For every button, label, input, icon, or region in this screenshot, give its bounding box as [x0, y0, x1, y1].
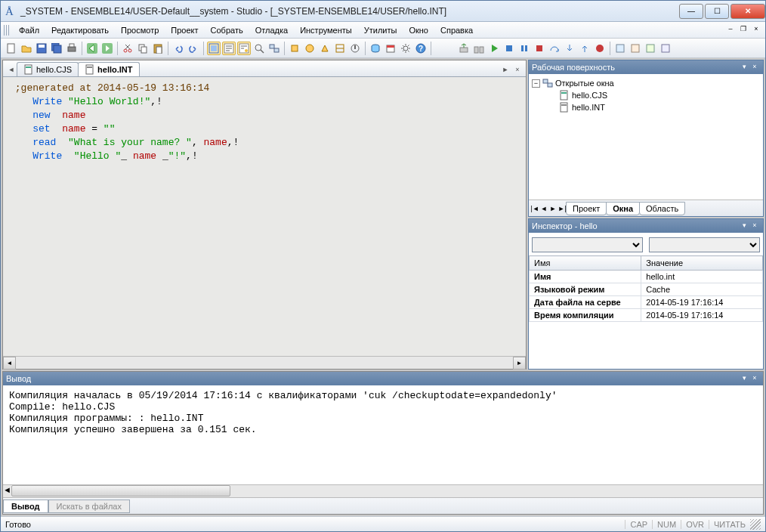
undo-icon[interactable] [171, 42, 185, 55]
find-icon[interactable] [252, 42, 266, 55]
tab-hello-cjs[interactable]: hello.CJS [17, 62, 79, 76]
compile-icon[interactable] [457, 42, 471, 55]
ws-nav-next-icon[interactable]: ► [548, 205, 558, 212]
ws-tab-windows[interactable]: Окна [606, 202, 640, 215]
inspector-header[interactable]: Инспектор - hello ▾ × [529, 219, 763, 233]
menu-edit[interactable]: Редактировать [45, 23, 115, 37]
menu-view[interactable]: Просмотр [115, 23, 165, 37]
nav-back-icon[interactable] [85, 42, 99, 55]
misc-icon[interactable] [629, 42, 642, 55]
maximize-button[interactable]: ☐ [705, 4, 729, 19]
tool-icon[interactable] [288, 42, 301, 55]
tab-close-icon[interactable]: × [512, 66, 523, 76]
panel-dropdown-icon[interactable]: ▾ [739, 63, 749, 72]
step-out-icon[interactable] [578, 42, 591, 55]
step-into-icon[interactable] [563, 42, 576, 55]
menu-file[interactable]: Файл [13, 23, 45, 37]
stop-debug-icon[interactable] [533, 42, 546, 55]
editor-h-scrollbar[interactable]: ◄ ► [3, 356, 526, 369]
breakpoint-icon[interactable] [593, 42, 607, 55]
window-list-icon[interactable] [267, 42, 281, 55]
panel-dropdown-icon[interactable]: ▾ [739, 374, 749, 383]
nav-fwd-icon[interactable] [100, 42, 114, 55]
tab-prev-icon[interactable]: ◄ [6, 66, 17, 76]
inspector-filters [529, 233, 763, 255]
workspace-tabs: |◄ ◄ ► ►| Проект Окна Область [529, 200, 763, 216]
tab-output[interactable]: Вывод [3, 500, 48, 513]
ws-nav-first-icon[interactable]: |◄ [530, 205, 539, 212]
calendar-icon[interactable] [384, 42, 397, 55]
db-icon[interactable] [369, 42, 382, 55]
copy-icon[interactable] [136, 42, 150, 55]
tab-label: hello.INT [97, 65, 132, 74]
tab-hello-int[interactable]: hello.INT [78, 62, 139, 76]
toggle-3-icon[interactable] [237, 42, 251, 55]
menu-utilities[interactable]: Утилиты [358, 23, 403, 37]
tree-collapse-icon[interactable]: − [532, 79, 540, 88]
misc-icon[interactable] [659, 42, 672, 55]
resize-grip-icon[interactable] [750, 519, 761, 530]
output-h-scrollbar[interactable]: ◄ ► [3, 484, 763, 497]
menu-debug[interactable]: Отладка [249, 23, 294, 37]
mdi-restore[interactable]: ❐ [737, 25, 749, 36]
tab-find-in-files[interactable]: Искать в файлах [48, 500, 130, 513]
scroll-right-icon[interactable]: ► [513, 357, 526, 370]
menu-build[interactable]: Собрать [205, 23, 249, 37]
run-icon[interactable] [487, 42, 501, 55]
col-value[interactable]: Значение [641, 256, 763, 271]
ws-tab-project[interactable]: Проект [566, 202, 607, 215]
ws-tab-area[interactable]: Область [639, 202, 685, 215]
toggle-2-icon[interactable] [222, 42, 236, 55]
gear-icon[interactable] [399, 42, 412, 55]
save-icon[interactable] [35, 42, 48, 55]
misc-icon[interactable] [613, 42, 627, 55]
panel-close-icon[interactable]: × [749, 374, 760, 383]
panel-dropdown-icon[interactable]: ▾ [739, 221, 749, 230]
code-editor[interactable]: ;generated at 2014-05-19 13:16:14 Write … [3, 77, 526, 356]
inspector-select-2[interactable] [649, 237, 760, 252]
toggle-1-icon[interactable] [207, 42, 221, 55]
workspace-tree[interactable]: − Открытые окна hello.CJS hello.INT [529, 74, 763, 200]
scroll-left-icon[interactable]: ◄ [3, 357, 16, 370]
tool-icon[interactable] [333, 42, 347, 55]
redo-icon[interactable] [187, 42, 200, 55]
panel-close-icon[interactable]: × [749, 221, 760, 230]
workspace-header[interactable]: Рабочая поверхность ▾ × [529, 60, 763, 74]
new-icon[interactable] [5, 42, 18, 55]
paste-icon[interactable] [151, 42, 165, 55]
tab-next-icon[interactable]: ► [500, 66, 511, 76]
tree-root[interactable]: − Открытые окна [532, 77, 760, 89]
mdi-close[interactable]: × [750, 25, 762, 36]
print-icon[interactable] [65, 42, 79, 55]
tree-item[interactable]: hello.CJS [532, 89, 760, 101]
cut-icon[interactable] [121, 42, 134, 55]
toolbar-grip[interactable] [4, 25, 10, 36]
open-icon[interactable] [20, 42, 33, 55]
scroll-left-icon[interactable]: ◄ [3, 485, 11, 497]
output-text[interactable]: Компиляция началась в 05/19/2014 17:16:1… [3, 385, 763, 484]
tree-item[interactable]: hello.INT [532, 101, 760, 113]
pause-icon[interactable] [517, 42, 531, 55]
build-icon[interactable] [472, 42, 486, 55]
close-button[interactable]: ✕ [730, 4, 765, 19]
mdi-minimize[interactable]: – [724, 25, 737, 36]
minimize-button[interactable]: — [679, 4, 703, 19]
tool-icon[interactable] [348, 42, 362, 55]
ws-nav-prev-icon[interactable]: ◄ [539, 205, 548, 212]
misc-icon[interactable] [644, 42, 657, 55]
tool-icon[interactable] [303, 42, 317, 55]
menu-help[interactable]: Справка [434, 23, 479, 37]
inspector-select-1[interactable] [532, 237, 643, 252]
help-icon[interactable]: ? [414, 42, 428, 55]
file-icon [23, 64, 34, 75]
menu-window[interactable]: Окно [403, 23, 434, 37]
output-header[interactable]: Вывод ▾ × [3, 372, 763, 385]
stop-icon[interactable] [502, 42, 516, 55]
tool-icon[interactable] [318, 42, 332, 55]
panel-close-icon[interactable]: × [749, 63, 760, 72]
step-over-icon[interactable] [548, 42, 561, 55]
save-all-icon[interactable] [50, 42, 63, 55]
menu-project[interactable]: Проект [165, 23, 204, 37]
col-name[interactable]: Имя [530, 256, 641, 271]
menu-tools[interactable]: Инструменты [294, 23, 358, 37]
